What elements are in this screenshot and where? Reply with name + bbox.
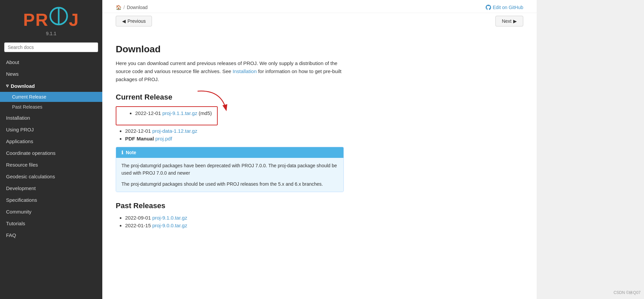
proj-910-link[interactable]: proj-9.1.0.tar.gz <box>152 215 187 221</box>
proj-900-link[interactable]: proj-9.0.0.tar.gz <box>152 223 187 228</box>
sidebar-item-specifications[interactable]: Specifications <box>0 194 102 206</box>
previous-button[interactable]: ◀ Previous <box>116 16 152 26</box>
note-title: Note <box>126 150 136 155</box>
proj-data-tar-gz-link[interactable]: proj-data-1.12.tar.gz <box>152 128 197 134</box>
current-release-box: 2022-12-01 proj-9.1.1.tar.gz (md5) <box>116 106 218 125</box>
list-item-data: 2022-12-01 proj-data-1.12.tar.gz <box>125 128 344 134</box>
logo-r: R <box>36 10 49 29</box>
next-arrow-icon: ▶ <box>513 18 517 24</box>
release-md5: (md5) <box>199 110 212 116</box>
right-rail <box>537 0 644 299</box>
next-label: Next <box>502 18 512 24</box>
annotation-wrap: 2022-12-01 proj-9.1.1.tar.gz (md5) <box>116 106 218 128</box>
past-date-2: 2022-01-15 <box>125 223 152 228</box>
logo-p: P <box>23 10 36 29</box>
sidebar-item-faq[interactable]: FAQ <box>0 229 102 241</box>
next-button[interactable]: Next ▶ <box>495 16 523 26</box>
github-icon <box>486 5 491 10</box>
nav-buttons: ◀ Previous Next ▶ <box>102 13 537 31</box>
past-item-1: 2022-09-01 proj-9.1.0.tar.gz <box>125 215 344 221</box>
logo-j: J <box>69 10 79 29</box>
list-item-pdf: PDF Manual proj.pdf <box>125 136 344 141</box>
sidebar-item-applications[interactable]: Applications <box>0 135 102 147</box>
search-input[interactable] <box>4 42 98 52</box>
release-date-2: 2022-12-01 <box>125 128 152 134</box>
past-releases-title: Past Releases <box>116 201 344 210</box>
release-date-1: 2022-12-01 <box>135 110 162 116</box>
sidebar-item-about[interactable]: About <box>0 56 102 68</box>
sidebar-item-development[interactable]: Development <box>0 182 102 194</box>
prev-arrow-icon: ◀ <box>122 18 126 24</box>
sidebar-item-tutorials[interactable]: Tutorials <box>0 218 102 229</box>
note-body: The proj-datumgrid packages have been de… <box>116 158 343 192</box>
top-bar: 🏠 / Download Edit on GitHub <box>102 0 537 13</box>
sidebar-item-news[interactable]: News <box>0 68 102 80</box>
sidebar-item-installation[interactable]: Installation <box>0 112 102 124</box>
pdf-manual-label: PDF Manual <box>125 136 155 141</box>
page-title: Download <box>116 44 344 55</box>
sidebar-download-label: Download <box>11 83 35 89</box>
info-icon: ℹ <box>121 150 123 155</box>
note-line-1: The proj-datumgrid packages have been de… <box>121 162 338 177</box>
list-item: 2022-12-01 proj-9.1.1.tar.gz (md5) <box>135 110 212 116</box>
proj-pdf-link[interactable]: proj.pdf <box>155 136 172 141</box>
intro-paragraph: Here you can download current and previo… <box>116 59 344 83</box>
sidebar-subitem-past-releases[interactable]: Past Releases <box>0 102 102 112</box>
search-wrap <box>0 40 102 56</box>
proj-tar-gz-link[interactable]: proj-9.1.1.tar.gz <box>162 110 197 116</box>
version-label: 9.1.1 <box>0 30 102 40</box>
logo-o <box>49 6 69 26</box>
breadcrumb: 🏠 / Download <box>116 5 148 10</box>
current-release-list: 2022-12-01 proj-9.1.1.tar.gz (md5) <box>128 110 212 116</box>
past-item-2: 2022-01-15 proj-9.0.0.tar.gz <box>125 223 344 228</box>
past-releases-list: 2022-09-01 proj-9.1.0.tar.gz 2022-01-15 … <box>125 215 344 228</box>
past-date-1: 2022-09-01 <box>125 215 152 221</box>
current-release-title: Current Release <box>116 93 344 102</box>
main-content: 🏠 / Download Edit on GitHub ◀ Previous N… <box>102 0 537 299</box>
sidebar: PR J 9.1.1 About News ▿ Download Current… <box>0 0 102 299</box>
note-box: ℹ Note The proj-datumgrid packages have … <box>116 147 344 192</box>
more-release-list: 2022-12-01 proj-data-1.12.tar.gz PDF Man… <box>125 128 344 141</box>
sidebar-item-geodesic-calculations[interactable]: Geodesic calculations <box>0 171 102 182</box>
expand-icon: ▿ <box>6 83 9 89</box>
note-line-2: The proj-datumgrid packages should be us… <box>121 180 338 188</box>
page-content: Download Here you can download current a… <box>102 31 357 299</box>
note-header: ℹ Note <box>116 147 343 158</box>
sidebar-item-download[interactable]: ▿ Download <box>0 80 102 92</box>
sidebar-item-coordinate-operations[interactable]: Coordinate operations <box>0 147 102 159</box>
edit-on-github-link[interactable]: Edit on GitHub <box>486 5 523 10</box>
breadcrumb-sep: / <box>123 5 125 10</box>
previous-label: Previous <box>127 18 146 24</box>
logo-area: PR J <box>0 0 102 30</box>
sidebar-item-using-proj[interactable]: Using PROJ <box>0 124 102 135</box>
breadcrumb-page: Download <box>127 5 148 10</box>
sidebar-item-community[interactable]: Community <box>0 206 102 218</box>
breadcrumb-home-link[interactable]: 🏠 <box>116 5 121 10</box>
sidebar-subitem-current-release[interactable]: Current Release <box>0 92 102 102</box>
sidebar-item-resource-files[interactable]: Resource files <box>0 159 102 171</box>
edit-github-label: Edit on GitHub <box>493 5 523 10</box>
installation-link[interactable]: Installation <box>233 68 257 74</box>
